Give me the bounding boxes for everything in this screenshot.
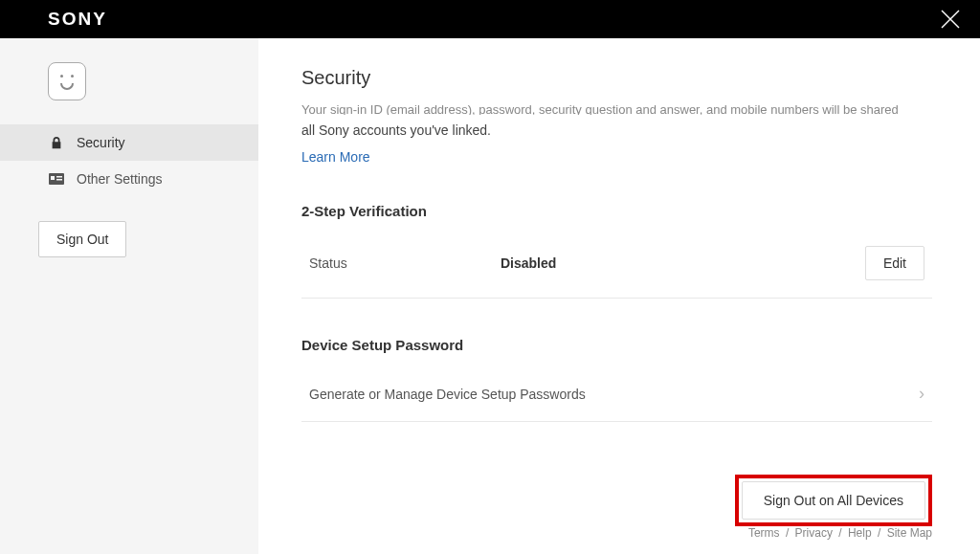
- footer-help-link[interactable]: Help: [848, 526, 872, 540]
- device-setup-label: Generate or Manage Device Setup Password…: [309, 387, 919, 402]
- description-partial: Your sign-in ID (email address), passwor…: [301, 104, 932, 115]
- page-title: Security: [301, 67, 932, 89]
- status-label: Status: [309, 255, 501, 271]
- two-step-heading: 2-Step Verification: [301, 203, 932, 219]
- sidebar: Security Other Settings Sign Out: [0, 38, 258, 554]
- nav-list: Security Other Settings: [0, 124, 258, 197]
- close-icon[interactable]: [940, 9, 961, 30]
- sidebar-item-label: Security: [77, 135, 125, 150]
- footer-terms-link[interactable]: Terms: [748, 526, 780, 540]
- two-step-section: 2-Step Verification Status Disabled Edit: [301, 203, 932, 299]
- svg-rect-3: [51, 176, 55, 180]
- lock-icon: [48, 135, 65, 150]
- footer-links: Terms / Privacy / Help / Site Map: [301, 526, 932, 540]
- chevron-right-icon: ›: [919, 384, 924, 404]
- highlight-box: Sign Out on All Devices: [735, 475, 932, 526]
- smile-icon: [56, 70, 78, 93]
- learn-more-link[interactable]: Learn More: [301, 149, 932, 165]
- svg-rect-5: [56, 179, 62, 181]
- status-value: Disabled: [501, 255, 865, 271]
- id-card-icon: [48, 171, 65, 187]
- sidebar-item-security[interactable]: Security: [0, 124, 258, 161]
- description-line: all Sony accounts you've linked.: [301, 122, 932, 138]
- sign-out-all-devices-button[interactable]: Sign Out on All Devices: [742, 481, 925, 520]
- device-setup-section: Device Setup Password Generate or Manage…: [301, 337, 932, 422]
- device-setup-row[interactable]: Generate or Manage Device Setup Password…: [301, 370, 932, 422]
- avatar[interactable]: [48, 62, 86, 100]
- edit-button[interactable]: Edit: [865, 246, 924, 280]
- two-step-status-row: Status Disabled Edit: [301, 236, 932, 299]
- header-bar: SONY: [0, 0, 980, 38]
- svg-rect-4: [56, 176, 62, 178]
- sidebar-item-label: Other Settings: [77, 171, 163, 187]
- brand-logo: SONY: [48, 9, 107, 30]
- sidebar-item-other-settings[interactable]: Other Settings: [0, 161, 258, 197]
- footer-privacy-link[interactable]: Privacy: [795, 526, 833, 540]
- sign-out-button[interactable]: Sign Out: [38, 221, 126, 257]
- device-setup-heading: Device Setup Password: [301, 337, 932, 353]
- footer-sitemap-link[interactable]: Site Map: [887, 526, 932, 540]
- main-content: Security Your sign-in ID (email address)…: [258, 38, 980, 554]
